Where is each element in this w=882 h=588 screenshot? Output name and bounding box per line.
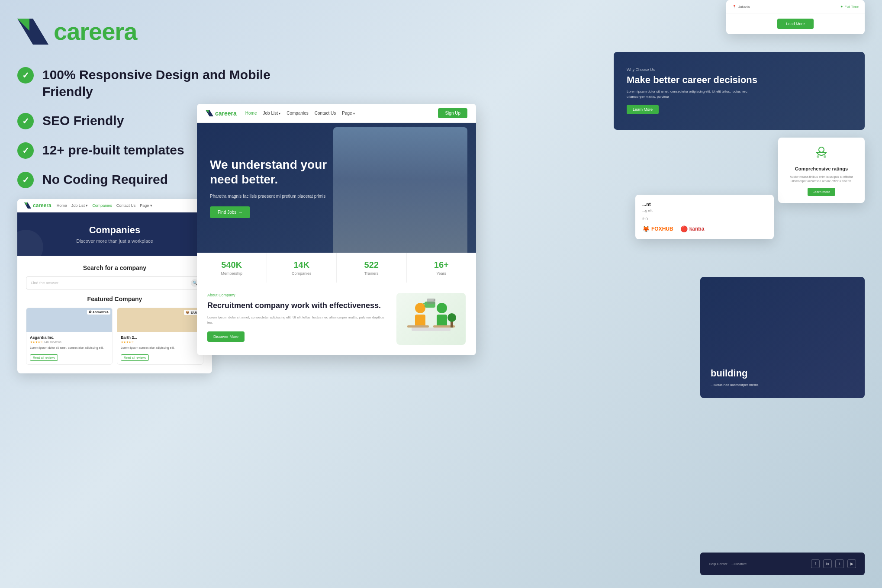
about-text: About Company Recruitment company work w… — [207, 293, 388, 345]
find-jobs-button[interactable]: Find Jobs — [210, 206, 250, 218]
svg-rect-17 — [427, 299, 435, 304]
youtube-icon[interactable]: ▶ — [847, 559, 856, 568]
asgardia-icon: 🏛 — [89, 311, 92, 314]
job-type: ● Full Time — [840, 4, 859, 9]
nav-home[interactable]: Home — [57, 203, 67, 208]
company-badge-1: 🏛 ASGARDIA — [87, 310, 110, 315]
stat-label-3: Trainers — [341, 271, 402, 276]
fox-icon: 🦊 — [642, 225, 650, 232]
foxhub-logo: 🦊 FOXHUB — [642, 225, 673, 232]
companies-search-section: Search for a company Find the answer 🔍 F… — [17, 256, 212, 373]
stat-trainers: 522 Trainers — [337, 253, 407, 283]
stat-label-4: Years — [411, 271, 472, 276]
clients-desc: ...g elit. — [642, 209, 767, 212]
stat-number-1: 540K — [201, 260, 262, 270]
ratings-learn-more-button[interactable]: Learn more — [808, 188, 836, 196]
about-tag: About Company — [207, 293, 388, 297]
svg-point-19 — [819, 147, 824, 152]
company-name-2: Earth 2... — [121, 335, 200, 340]
preview-logo-text: careera — [215, 110, 237, 117]
job-listing-item: Jakarta ● Full Time — [726, 0, 865, 13]
company-read-btn-1[interactable]: Read all reviews — [30, 354, 58, 361]
nav-contact-main[interactable]: Contact Us — [315, 111, 336, 116]
about-title: Recruitment company work with effectiven… — [207, 301, 388, 311]
company-desc-1: Lorem ipsum dolor sit amet, consectetur … — [30, 346, 109, 350]
company-card-img-2: 📦 EAR... — [117, 308, 203, 332]
preview-logo: careera — [206, 110, 237, 117]
nav-joblist[interactable]: Job List ▾ — [71, 203, 88, 208]
clients-section: ...nt ...g elit. 2.0 🦊 FOXHUB 🔴 kanba — [635, 195, 774, 239]
twitter-icon[interactable]: t — [835, 559, 844, 568]
earth-icon: 📦 — [186, 311, 190, 314]
companies-search-title: Search for a company — [26, 264, 203, 271]
company-desc-2: Lorem ipsum consectetur adipiscing elit. — [121, 346, 200, 350]
search-input-row[interactable]: Find the answer 🔍 — [26, 276, 203, 289]
about-desc: Lorem ipsum dolor sit amet, consectetur … — [207, 315, 388, 325]
about-section: About Company Recruitment company work w… — [197, 283, 476, 355]
why-desc: Lorem ipsum dolor sit amet, consectetur … — [627, 89, 748, 100]
company-card-body-2: Earth 2... ★★★★☆ Lorem ipsum consectetur… — [117, 332, 203, 364]
why-tag: Why Choose Us — [627, 67, 757, 72]
company-card-earth: 📦 EAR... Earth 2... ★★★★☆ Lorem ipsum co… — [117, 308, 203, 365]
preview-nav-links: Home Job List Companies Contact Us Page — [245, 111, 355, 116]
stat-companies: 14K Companies — [267, 253, 337, 283]
nav-joblist-main[interactable]: Job List — [263, 111, 281, 116]
footer-help[interactable]: Help Center — [709, 562, 727, 566]
company-card-body-1: Asgardia Inc. ★★★★☆ 14K Reviews Lorem ip… — [26, 332, 112, 364]
facebook-icon[interactable]: f — [811, 559, 820, 568]
companies-hero-title: Companies — [26, 225, 203, 236]
hero-content: We understand your need better. Pharetra… — [210, 157, 349, 218]
stat-number-3: 522 — [341, 260, 402, 270]
nav-home-main[interactable]: Home — [245, 111, 257, 116]
nav-companies-main[interactable]: Companies — [286, 111, 309, 116]
card-logo-text: careera — [33, 202, 52, 209]
nav-companies[interactable]: Companies — [92, 203, 112, 208]
card-logo-icon — [24, 202, 31, 209]
clients-logos: 🦊 FOXHUB 🔴 kanba — [642, 225, 767, 232]
company-name-1: Asgardia Inc. — [30, 335, 109, 340]
people-illustration — [399, 295, 464, 343]
company-card-asgardia: 🏛 ASGARDIA Asgardia Inc. ★★★★☆ 14K Revie… — [26, 308, 113, 365]
companies-card-nav: careera Home Job List ▾ Companies Contac… — [17, 199, 212, 212]
hero-person-image — [333, 127, 467, 253]
ratings-desc: Auctor massa finibus enim iatus quis at … — [785, 175, 858, 183]
hero-title: We understand your need better. — [210, 157, 349, 186]
main-preview: careera Home Job List Companies Contact … — [197, 104, 476, 355]
bottom-right-section: building ...luctus nec ullamcorper metti… — [700, 277, 865, 398]
preview-logo-icon — [206, 110, 213, 116]
about-illustration — [396, 293, 466, 345]
stat-number-4: 16+ — [411, 260, 472, 270]
nav-page[interactable]: Page ▾ — [140, 203, 152, 208]
check-icon-1 — [17, 67, 34, 84]
signup-button[interactable]: Sign Up — [438, 108, 467, 118]
load-more-button[interactable]: Load More — [777, 19, 813, 29]
nav-page-main[interactable]: Page — [342, 111, 355, 116]
stat-label-2: Companies — [271, 271, 332, 276]
clients-rating-row: 2.0 — [642, 217, 767, 221]
learn-more-button[interactable]: Learn More — [627, 105, 659, 114]
stats-bar: 540K Membership 14K Companies 522 Traine… — [197, 253, 476, 283]
linkedin-icon[interactable]: in — [823, 559, 832, 568]
svg-rect-11 — [407, 325, 429, 328]
kanba-icon: 🔴 — [680, 225, 688, 232]
ratings-card: Comprehensive ratings Auctor massa finib… — [778, 138, 865, 203]
svg-rect-10 — [412, 328, 451, 331]
stat-label-1: Membership — [201, 271, 262, 276]
companies-hero: Companies Discover more than just a work… — [17, 212, 212, 256]
featured-company-title: Featured Company — [26, 296, 203, 302]
stat-membership: 540K Membership — [197, 253, 267, 283]
company-cards-row: 🏛 ASGARDIA Asgardia Inc. ★★★★☆ 14K Revie… — [26, 308, 203, 365]
company-read-btn-2[interactable]: Read all reviews — [121, 354, 149, 361]
ratings-svg-icon — [814, 145, 829, 160]
stat-years: 16+ Years — [407, 253, 476, 283]
search-input-placeholder: Find the answer — [31, 281, 191, 285]
nav-contact[interactable]: Contact Us — [116, 203, 136, 208]
check-icon-2 — [17, 113, 34, 129]
discover-more-button[interactable]: Discover More — [207, 331, 245, 342]
feature-item-1: 100% Responsive Design and Mobile Friend… — [17, 66, 312, 100]
svg-point-22 — [824, 155, 826, 158]
footer-links: Help Center ...Creative — [709, 562, 747, 566]
preview-nav-left: careera Home Job List Companies Contact … — [206, 110, 355, 117]
footer-brand: ...Creative — [731, 562, 747, 566]
check-icon-3 — [17, 142, 34, 159]
